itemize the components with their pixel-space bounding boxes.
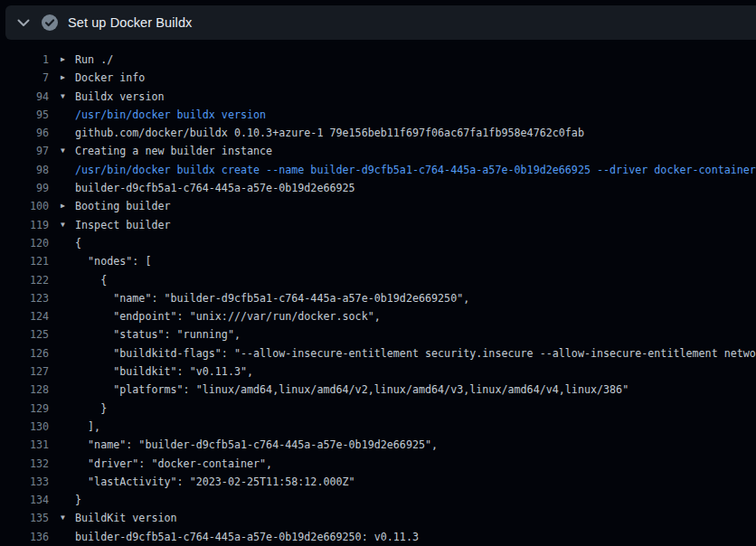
line-number-link[interactable]: 94 (0, 88, 49, 106)
log-text: Buildx version (75, 88, 165, 106)
caret-icon (49, 252, 75, 270)
caret-icon[interactable]: ▼ (49, 88, 75, 106)
log-line[interactable]: 135 ▼ BuildKit version (0, 509, 756, 527)
log-text: Run ./ (75, 51, 113, 69)
log-text: Inspect builder (75, 216, 171, 234)
line-number-link[interactable]: 120 (0, 234, 49, 252)
line-number-link[interactable]: 130 (0, 418, 49, 436)
line-number-link[interactable]: 98 (0, 161, 49, 179)
caret-icon[interactable]: ▶ (49, 197, 75, 215)
caret-icon[interactable]: ▶ (49, 51, 75, 69)
log-line: 121 "nodes": [ (0, 252, 756, 270)
log-text: Docker info (75, 69, 145, 87)
log-text: "platforms": "linux/amd64,linux/amd64/v2… (75, 381, 628, 399)
log-line: 98 /usr/bin/docker buildx create --name … (0, 161, 756, 179)
caret-icon (49, 528, 75, 546)
caret-icon (49, 161, 75, 179)
step-header[interactable]: Set up Docker Buildx (5, 5, 756, 40)
caret-icon (49, 124, 75, 142)
line-number-link[interactable]: 95 (0, 106, 49, 124)
log-line: 122 { (0, 271, 756, 289)
actions-log-viewer: Set up Docker Buildx 1 ▶ Run ./ 7 ▶ Dock… (0, 0, 756, 546)
caret-icon (49, 436, 75, 454)
log-area: 1 ▶ Run ./ 7 ▶ Docker info 94 ▼ Buildx v… (0, 51, 756, 546)
log-line[interactable]: 100 ▶ Booting builder (0, 197, 756, 215)
caret-icon (49, 455, 75, 473)
log-text: } (75, 491, 81, 509)
caret-icon (49, 400, 75, 418)
log-text: github.com/docker/buildx 0.10.3+azure-1 … (75, 124, 584, 142)
line-number-link[interactable]: 121 (0, 252, 49, 270)
caret-icon (49, 362, 75, 381)
log-line: 123 "name": "builder-d9cfb5a1-c764-445a-… (0, 289, 756, 307)
line-number-link[interactable]: 97 (0, 142, 49, 160)
caret-icon (49, 381, 75, 399)
log-line: 128 "platforms": "linux/amd64,linux/amd6… (0, 381, 756, 399)
caret-icon (49, 289, 75, 307)
log-line: 134 } (0, 491, 756, 509)
caret-icon (49, 473, 75, 491)
log-text: builder-d9cfb5a1-c764-445a-a57e-0b19d2e6… (75, 179, 355, 197)
caret-icon[interactable]: ▼ (49, 142, 75, 160)
log-text: Booting builder (75, 197, 171, 215)
caret-icon (49, 106, 75, 124)
log-text: "status": "running", (75, 325, 241, 344)
line-number-link[interactable]: 99 (0, 179, 49, 197)
caret-icon (49, 179, 75, 197)
caret-icon[interactable]: ▼ (49, 509, 75, 527)
log-line[interactable]: 97 ▼ Creating a new builder instance (0, 142, 756, 160)
log-line: 129 } (0, 400, 756, 418)
line-number-link[interactable]: 119 (0, 216, 49, 234)
log-text: Creating a new builder instance (75, 142, 272, 160)
log-line: 120 { (0, 234, 756, 252)
caret-icon[interactable]: ▼ (49, 216, 75, 234)
log-line[interactable]: 94 ▼ Buildx version (0, 88, 756, 106)
log-text: ], (75, 418, 100, 436)
log-text: "endpoint": "unix:///var/run/docker.sock… (75, 307, 381, 325)
log-text: builder-d9cfb5a1-c764-445a-a57e-0b19d2e6… (75, 528, 419, 546)
log-text: "driver": "docker-container", (75, 455, 272, 473)
caret-icon (49, 234, 75, 252)
line-number-link[interactable]: 127 (0, 362, 49, 381)
caret-icon[interactable]: ▶ (49, 69, 75, 87)
line-number-link[interactable]: 96 (0, 124, 49, 142)
line-number-link[interactable]: 100 (0, 197, 49, 215)
log-line: 132 "driver": "docker-container", (0, 455, 756, 473)
chevron-down-icon[interactable] (17, 19, 30, 27)
line-number-link[interactable]: 136 (0, 528, 49, 546)
log-line: 133 "lastActivity": "2023-02-25T11:58:12… (0, 473, 756, 491)
line-number-link[interactable]: 123 (0, 289, 49, 307)
line-number-link[interactable]: 134 (0, 491, 49, 509)
log-text: { (75, 234, 81, 252)
log-line: 127 "buildkit": "v0.11.3", (0, 362, 756, 381)
log-text: /usr/bin/docker buildx create --name bui… (75, 161, 756, 179)
log-line: 124 "endpoint": "unix:///var/run/docker.… (0, 307, 756, 325)
log-line[interactable]: 119 ▼ Inspect builder (0, 216, 756, 234)
caret-icon (49, 271, 75, 289)
line-number-link[interactable]: 124 (0, 307, 49, 325)
log-text: { (75, 271, 107, 289)
line-number-link[interactable]: 135 (0, 509, 49, 527)
line-number-link[interactable]: 122 (0, 271, 49, 289)
line-number-link[interactable]: 133 (0, 473, 49, 491)
log-text: "name": "builder-d9cfb5a1-c764-445a-a57e… (75, 436, 438, 454)
line-number-link[interactable]: 126 (0, 344, 49, 362)
caret-icon (49, 491, 75, 509)
log-line[interactable]: 7 ▶ Docker info (0, 69, 756, 87)
line-number-link[interactable]: 129 (0, 400, 49, 418)
log-text: "nodes": [ (75, 252, 151, 270)
caret-icon (49, 418, 75, 436)
line-number-link[interactable]: 7 (0, 69, 49, 87)
line-number-link[interactable]: 132 (0, 455, 49, 473)
line-number-link[interactable]: 125 (0, 325, 49, 344)
line-number-link[interactable]: 1 (0, 51, 49, 69)
log-line: 136 builder-d9cfb5a1-c764-445a-a57e-0b19… (0, 528, 756, 546)
line-number-link[interactable]: 131 (0, 436, 49, 454)
log-line[interactable]: 1 ▶ Run ./ (0, 51, 756, 69)
line-number-link[interactable]: 128 (0, 381, 49, 399)
log-text: "name": "builder-d9cfb5a1-c764-445a-a57e… (75, 289, 469, 307)
caret-icon (49, 325, 75, 344)
log-text: BuildKit version (75, 509, 177, 527)
check-circle-icon (42, 14, 58, 31)
log-text: /usr/bin/docker buildx version (75, 106, 266, 124)
